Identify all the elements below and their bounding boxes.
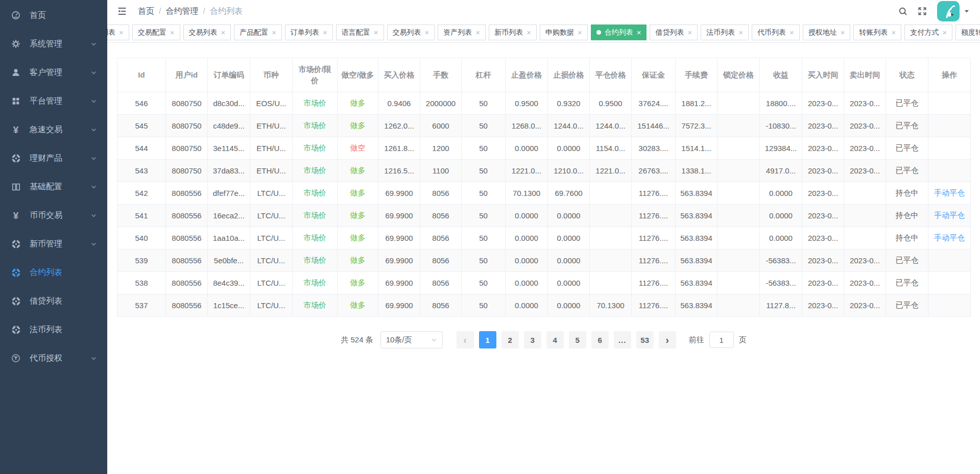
more-pages-button[interactable]: ... <box>614 331 631 348</box>
tab-1[interactable]: 交易配置× <box>132 24 180 40</box>
tab-5[interactable]: 语言配置× <box>336 24 384 40</box>
sidebar-item-new-coin[interactable]: 新币管理 <box>0 230 107 258</box>
page-button-5[interactable]: 5 <box>569 331 586 348</box>
cell-status: 已平仓 <box>886 137 928 160</box>
cell-buy_price: 1216.5... <box>378 160 420 182</box>
tab-15[interactable]: 转账列表× <box>853 24 901 40</box>
search-icon[interactable] <box>897 6 909 17</box>
close-icon[interactable]: × <box>425 29 429 36</box>
goto-page-input[interactable] <box>709 332 734 348</box>
tab-9[interactable]: 申购数据× <box>540 24 588 40</box>
tab-3[interactable]: 产品配置× <box>234 24 282 40</box>
sidebar-item-platform[interactable]: 平台管理 <box>0 87 107 115</box>
caret-down-icon[interactable] <box>964 8 970 14</box>
goto-label: 前往 <box>689 335 704 345</box>
table-row: 5468080750d8c30d...EOS/U...市场价做多0.940620… <box>117 92 971 115</box>
cell-close_price: 0.9500 <box>590 92 632 115</box>
sidebar-item-wealth[interactable]: 理财产品 <box>0 144 107 172</box>
cell-close_price <box>590 227 632 250</box>
tab-11[interactable]: 借贷列表× <box>650 24 698 40</box>
cell-buy_price: 1262.0... <box>378 115 420 137</box>
tab-17[interactable]: 额度转换× <box>955 24 980 40</box>
cell-direction: 做多 <box>338 250 378 272</box>
close-icon[interactable]: × <box>119 29 124 36</box>
cell-order_code: d8c30d... <box>208 92 250 115</box>
cell-profit: 129384... <box>760 137 802 160</box>
cell-close_price <box>590 205 632 227</box>
tab-4[interactable]: 订单列表× <box>285 24 333 40</box>
tab-7[interactable]: 资产列表× <box>438 24 486 40</box>
page-size-select[interactable]: 10条/页 <box>380 331 443 348</box>
close-icon[interactable]: × <box>841 29 845 36</box>
col-stop_loss: 止损价格 <box>548 58 590 92</box>
close-icon[interactable]: × <box>170 29 175 36</box>
col-margin: 保证金 <box>632 58 676 92</box>
close-icon[interactable]: × <box>637 29 641 36</box>
tab-16[interactable]: 支付方式× <box>904 24 952 40</box>
tab-label: 资产列表 <box>443 28 472 37</box>
table-row: 5458080750c48de9...ETH/U...市场价做多1262.0..… <box>117 115 971 137</box>
close-icon[interactable]: × <box>272 29 276 36</box>
cell-symbol: LTC/U... <box>250 250 293 272</box>
page-button-2[interactable]: 2 <box>501 331 519 348</box>
cell-symbol: LTC/U... <box>250 205 293 227</box>
cell-status: 已平仓 <box>886 250 928 272</box>
avatar[interactable] <box>937 1 960 21</box>
sidebar-item-contract-list[interactable]: 合约列表 <box>0 258 107 287</box>
page-button-1[interactable]: 1 <box>479 331 496 348</box>
sidebar-item-customers[interactable]: 客户管理 <box>0 58 107 87</box>
tab-10[interactable]: 合约列表× <box>591 24 647 40</box>
sidebar-item-loan-list[interactable]: 借贷列表 <box>0 287 107 315</box>
close-icon[interactable]: × <box>738 29 743 36</box>
sidebar-item-token-auth[interactable]: 代币授权 <box>0 344 107 372</box>
col-order_code: 订单编码 <box>208 58 250 92</box>
sidebar-fold-icon[interactable] <box>116 6 128 17</box>
close-icon[interactable]: × <box>891 29 896 36</box>
close-icon[interactable]: × <box>578 29 582 36</box>
sidebar-item-fiat-list[interactable]: 法币列表 <box>0 315 107 344</box>
close-icon[interactable]: × <box>942 29 947 36</box>
manual-close-link[interactable]: 手动平仓 <box>928 227 971 250</box>
cell-margin: 30283.... <box>632 137 676 160</box>
cell-status: 已平仓 <box>886 92 928 115</box>
tab-0[interactable]: 列表× <box>107 24 129 40</box>
fullscreen-icon[interactable] <box>917 6 928 17</box>
breadcrumb-item[interactable]: 首页 <box>138 6 154 17</box>
sidebar-item-coin-trade[interactable]: ¥币币交易 <box>0 201 107 230</box>
page-button-53[interactable]: 53 <box>636 331 654 348</box>
sidebar-item-base-config[interactable]: 基础配置 <box>0 172 107 201</box>
close-icon[interactable]: × <box>221 29 226 36</box>
close-icon[interactable]: × <box>527 29 531 36</box>
tab-12[interactable]: 法币列表× <box>701 24 749 40</box>
close-icon[interactable]: × <box>374 29 378 36</box>
col-user_id: 用户id <box>166 58 208 92</box>
close-icon[interactable]: × <box>790 29 794 36</box>
manual-close-link[interactable]: 手动平仓 <box>928 182 971 205</box>
close-icon[interactable]: × <box>687 29 692 36</box>
tab-8[interactable]: 新币列表× <box>489 24 537 40</box>
tab-14[interactable]: 授权地址× <box>803 24 851 40</box>
tab-6[interactable]: 交易列表× <box>387 24 435 40</box>
contracts-table: Id用户id订单编码币种市场价/限价做空/做多买入价格手数杠杆止盈价格止损价格平… <box>117 58 971 317</box>
page-button-6[interactable]: 6 <box>591 331 609 348</box>
sidebar-item-system[interactable]: 系统管理 <box>0 30 107 58</box>
navbar-right <box>889 1 970 21</box>
cell-symbol: ETH/U... <box>250 115 293 137</box>
cell-id: 544 <box>117 137 166 160</box>
prev-page-button[interactable]: ‹ <box>457 331 474 348</box>
cell-stop_loss: 0.0000 <box>548 272 590 294</box>
chevron-down-icon <box>90 98 97 105</box>
tab-2[interactable]: 交易列表× <box>183 24 231 40</box>
next-page-button[interactable]: › <box>659 331 676 348</box>
close-icon[interactable]: × <box>475 29 480 36</box>
close-icon[interactable]: × <box>323 29 327 36</box>
sidebar-item-fast-trade[interactable]: ¥急速交易 <box>0 115 107 144</box>
breadcrumb-item[interactable]: 合约管理 <box>165 6 198 17</box>
page-button-4[interactable]: 4 <box>546 331 564 348</box>
page-button-3[interactable]: 3 <box>524 331 541 348</box>
manual-close-link[interactable]: 手动平仓 <box>928 205 971 227</box>
tab-13[interactable]: 代币列表× <box>752 24 800 40</box>
sidebar-item-home[interactable]: 首页 <box>0 1 107 30</box>
cell-fee: 1514.1... <box>676 137 718 160</box>
cell-close_price: 1244.0... <box>590 115 632 137</box>
